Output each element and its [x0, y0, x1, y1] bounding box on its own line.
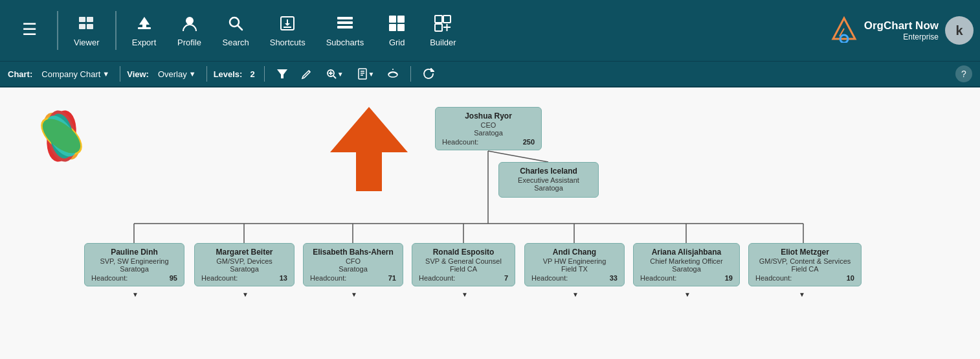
help-button[interactable]: ? [955, 65, 972, 82]
svg-marker-39 [431, 69, 434, 71]
profile-label: Profile [177, 38, 201, 47]
subcharts-label: Subcharts [326, 38, 364, 47]
node-svp1[interactable]: Pauline Dinh SVP, SW Engineering Saratog… [84, 243, 184, 286]
viewer-label: Viewer [74, 38, 100, 47]
node-ea-name: Charles Iceland [506, 167, 592, 176]
profile-icon [181, 14, 199, 35]
svg-point-6 [186, 17, 194, 25]
svg-marker-5 [139, 17, 150, 27]
nav-item-viewer[interactable]: Viewer [63, 10, 110, 51]
node-cmo[interactable]: Ariana Alisjahbana Chief Marketing Offic… [633, 243, 740, 286]
expand-cmo[interactable]: ▼ [684, 291, 691, 298]
node-cfo[interactable]: Elisabeth Bahs-Ahern CFO Saratoga Headco… [303, 243, 403, 286]
nav-item-subcharts[interactable]: Subcharts [316, 10, 375, 51]
levels-value: 2 [250, 69, 254, 79]
expand-gm2[interactable]: ▼ [799, 291, 805, 298]
toolbar-sep-4 [410, 66, 411, 82]
svg-rect-1 [87, 17, 93, 22]
refresh-button[interactable] [418, 65, 440, 82]
node-gm1[interactable]: Margaret Beiter GM/SVP, Devices Saratoga… [194, 243, 295, 286]
toolbar-sep-2 [206, 66, 207, 82]
chart-dropdown-icon: ▼ [102, 70, 109, 78]
builder-icon [434, 14, 452, 35]
node-gm1-headcount: Headcount: 13 [201, 274, 287, 282]
view-selector[interactable]: Overlay ▼ [154, 68, 200, 80]
svg-rect-20 [435, 16, 442, 23]
toolbar-sep-3 [264, 66, 265, 82]
node-svp1-title: SVP, SW Engineering [91, 257, 177, 265]
subcharts-icon [336, 14, 354, 35]
shortcuts-label: Shortcuts [270, 38, 306, 47]
hamburger-menu[interactable]: ☰ [6, 17, 52, 44]
node-gm2-name: Eliot Metzger [755, 248, 854, 257]
expand-svp2[interactable]: ▼ [462, 291, 468, 298]
svg-rect-13 [337, 17, 353, 19]
node-svp2-name: Ronald Esposito [419, 248, 508, 257]
page-button[interactable]: ▼ [351, 65, 380, 82]
node-gm2-headcount: Headcount: 10 [755, 274, 854, 282]
levels-toolbar-label: Levels: [214, 69, 243, 79]
node-cfo-title: CFO [310, 257, 396, 265]
node-cmo-name: Ariana Alisjahbana [640, 248, 733, 257]
node-vp1-headcount: Headcount: 33 [531, 274, 618, 282]
search-label: Search [223, 38, 249, 47]
nav-item-search[interactable]: Search [212, 10, 260, 51]
grid-label: Grid [389, 38, 405, 47]
svg-rect-3 [87, 24, 93, 29]
expand-cfo[interactable]: ▼ [351, 291, 357, 298]
chart-selector[interactable]: Company Chart ▼ [38, 68, 113, 80]
brand-tier: Enterprise [864, 32, 939, 41]
svg-line-8 [238, 25, 243, 30]
filter-button[interactable] [271, 65, 293, 82]
node-svp2-headcount: Headcount: 7 [419, 274, 508, 282]
node-cfo-name: Elisabeth Bahs-Ahern [310, 248, 396, 257]
chart-toolbar-label: Chart: [8, 69, 32, 79]
nav-item-export[interactable]: Export [122, 10, 167, 51]
export-icon [135, 14, 153, 35]
node-gm2-title: GM/SVP, Content & Services [755, 257, 854, 265]
zoom-button[interactable]: ▼ [320, 65, 349, 82]
node-ceo-headcount: Headcount: 250 [442, 138, 535, 146]
nav-item-grid[interactable]: Grid [374, 10, 419, 51]
chart-toolbar: Chart: Company Chart ▼ View: Overlay ▼ L… [0, 62, 980, 87]
node-ea[interactable]: Charles Iceland Executive Assistant Sara… [498, 162, 599, 198]
top-navigation: ☰ Viewer Export Prof [0, 0, 980, 62]
svg-marker-58 [330, 107, 408, 191]
node-cmo-title: Chief Marketing Officer [640, 257, 733, 265]
node-svp1-headcount: Headcount: 95 [91, 274, 177, 282]
node-vp1-name: Andi Chang [531, 248, 618, 257]
nav-item-builder[interactable]: Builder [419, 10, 466, 51]
nav-item-profile[interactable]: Profile [167, 10, 212, 51]
node-vp1[interactable]: Andi Chang VP HW Engineering Field TX He… [524, 243, 625, 286]
nav-divider-2 [115, 11, 117, 50]
svg-marker-11 [285, 23, 290, 26]
nav-divider-1 [57, 11, 58, 50]
node-ceo-name: Joshua Ryor [442, 111, 535, 121]
node-ceo-location: Saratoga [442, 129, 535, 137]
expand-gm1[interactable]: ▼ [242, 291, 249, 298]
node-gm1-title: GM/SVP, Devices [201, 257, 287, 265]
svg-rect-21 [443, 16, 451, 23]
view-value: Overlay [158, 69, 187, 79]
svg-rect-19 [397, 24, 405, 31]
edit-button[interactable] [296, 65, 318, 82]
node-svp2[interactable]: Ronald Esposito SVP & General Counsel Fi… [412, 243, 515, 286]
zoom-dropdown-icon: ▼ [337, 71, 344, 78]
svg-rect-15 [337, 26, 353, 29]
user-avatar[interactable]: k [945, 16, 974, 45]
view-toolbar-label: View: [127, 69, 149, 79]
builder-label: Builder [430, 38, 456, 47]
node-ceo[interactable]: Joshua Ryor CEO Saratoga Headcount: 250 [435, 107, 542, 150]
node-gm2[interactable]: Eliot Metzger GM/SVP, Content & Services… [748, 243, 862, 286]
template-button[interactable] [382, 65, 404, 82]
svg-rect-4 [138, 27, 151, 29]
expand-vp1[interactable]: ▼ [572, 291, 579, 298]
search-icon [227, 14, 245, 35]
shortcuts-icon [278, 14, 296, 35]
brand-area: OrgChart Now Enterprise [830, 16, 939, 45]
node-ea-location: Saratoga [506, 184, 592, 192]
node-vp1-location: Field TX [531, 265, 618, 273]
node-svp1-name: Pauline Dinh [91, 248, 177, 257]
expand-svp1[interactable]: ▼ [132, 291, 139, 298]
nav-item-shortcuts[interactable]: Shortcuts [260, 10, 316, 51]
